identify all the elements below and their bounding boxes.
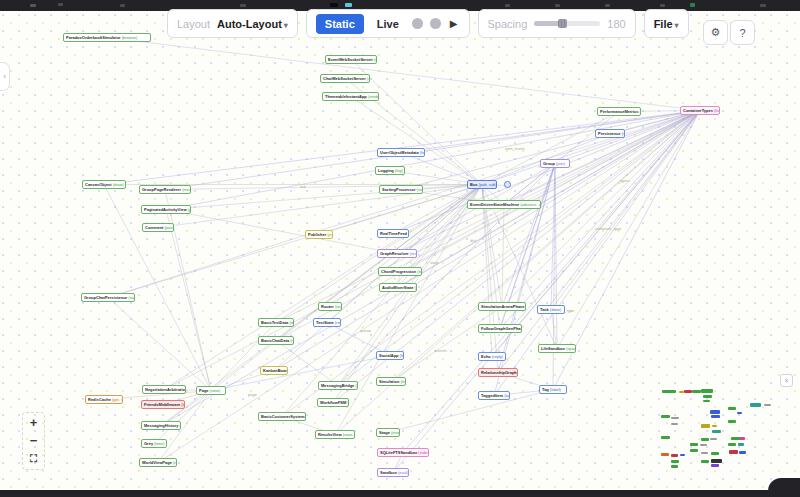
- graph-node[interactable]: RealTimeFeed(push): [377, 229, 409, 238]
- graph-node[interactable]: PaginatedActivityView(page, fetch): [141, 205, 191, 214]
- graph-node[interactable]: FollowGraphGenPhase(build): [478, 324, 522, 333]
- graph-node[interactable]: ResultsView(rows, sort): [315, 430, 355, 439]
- graph-node[interactable]: NegotiationArbitration(offer): [142, 385, 186, 394]
- graph-edge: [154, 391, 211, 444]
- node-methods: (before): [181, 402, 185, 407]
- graph-node[interactable]: GroupPageRenderer(render, list): [139, 185, 191, 194]
- play-icon[interactable]: ▶: [448, 18, 460, 29]
- node-methods: (draw): [113, 182, 124, 187]
- titlebar-speck: [660, 4, 665, 7]
- graph-node[interactable]: ThemeableInstantApp(render, theme): [322, 92, 379, 101]
- sidebar-expand-handle[interactable]: ›: [0, 62, 10, 91]
- graph-node[interactable]: GroupChatPersistence(save, load): [81, 293, 135, 302]
- node-methods: (count, timing): [639, 109, 641, 114]
- minimap-node-chip: [700, 444, 707, 446]
- node-label: ChatWebSocketServer: [323, 76, 366, 81]
- node-label: PerformanceMetrics: [600, 109, 638, 114]
- graph-node[interactable]: Simulation(tick): [376, 377, 406, 386]
- graph-node[interactable]: Comment(post): [142, 223, 174, 232]
- graph-node[interactable]: Stage(enter): [376, 428, 400, 437]
- graph-node[interactable]: ParadoxOrderbookSimulator(browse): [63, 33, 151, 42]
- graph-node[interactable]: AudioMixerState(mix, gain): [379, 283, 417, 292]
- graph-node[interactable]: EventWebSocketServer(emit, tick): [325, 55, 377, 64]
- graph-node[interactable]: [504, 181, 511, 188]
- graph-node[interactable]: Grey(tone): [141, 439, 167, 448]
- graph-node[interactable]: BasicChatData(rooms): [258, 336, 294, 345]
- graph-node[interactable]: FriendsMiddleware(before): [141, 400, 185, 409]
- graph-node[interactable]: BasicTestData(make): [258, 318, 294, 327]
- node-methods: (view): [210, 388, 221, 393]
- node-methods: (browse): [122, 35, 138, 40]
- file-menu[interactable]: File▾: [654, 18, 679, 30]
- layout-dropdown[interactable]: Auto-Layout▾: [217, 18, 288, 30]
- graph-node[interactable]: UserObjectMetadata(fields, keys): [377, 148, 425, 157]
- graph-node[interactable]: Sandbox(eval): [377, 468, 409, 477]
- graph-canvas[interactable]: ParadoxOrderbookSimulator(browse)EventWe…: [0, 11, 800, 490]
- help-button[interactable]: ?: [730, 20, 755, 45]
- graph-node[interactable]: KanbanBoard(move): [260, 366, 288, 375]
- fit-view-button[interactable]: ⛶: [30, 453, 37, 465]
- node-label: ChordProgression: [381, 269, 416, 274]
- graph-node[interactable]: EventDrivenStateMachine(advance, on_even…: [467, 200, 541, 209]
- graph-node[interactable]: Bus(pub, sub): [467, 180, 497, 189]
- slider-thumb[interactable]: [558, 19, 567, 28]
- minimap-node-chip: [740, 437, 745, 440]
- graph-node[interactable]: RelationshipGraph(link): [478, 368, 518, 377]
- settings-button[interactable]: ⚙: [703, 20, 728, 45]
- graph-node[interactable]: TaggedItem(tags): [478, 391, 510, 400]
- graph-node[interactable]: LifeSandbox(spawn, evolve): [538, 344, 576, 353]
- graph-node[interactable]: Tag(label): [539, 385, 567, 394]
- graph-node[interactable]: RedisCache(get, set): [85, 395, 123, 404]
- graph-node[interactable]: Publisher(pub): [305, 230, 333, 239]
- node-label: Group: [543, 161, 555, 166]
- node-label: WorkflowFSM: [320, 400, 346, 405]
- live-button[interactable]: Live: [371, 14, 405, 34]
- minimap-node-chip: [661, 453, 669, 456]
- graph-node[interactable]: ContainerTypes(list, dict): [680, 106, 720, 115]
- spacing-slider[interactable]: [534, 21, 600, 26]
- graph-node[interactable]: Persistence(store): [595, 129, 625, 138]
- graph-node[interactable]: Group(join): [540, 159, 570, 168]
- zoom-out-button[interactable]: −: [30, 435, 38, 447]
- graph-node[interactable]: Echo(reply): [478, 352, 506, 361]
- minimap-close-button[interactable]: ×: [780, 374, 793, 387]
- graph-node[interactable]: MessagingBridge(bind): [318, 381, 358, 390]
- step-forward-icon[interactable]: [430, 18, 441, 29]
- graph-node[interactable]: SocialApp(feed): [376, 351, 404, 360]
- graph-node[interactable]: SortingProcessor(sort, rank): [379, 185, 423, 194]
- toolbar: Layout Auto-Layout▾ Static Live ▶ Spacin…: [167, 9, 689, 38]
- node-methods: (rooms): [290, 338, 294, 343]
- minimap-node-chip: [710, 410, 720, 414]
- graph-node[interactable]: Logging(log): [375, 166, 405, 175]
- file-group: File▾: [644, 9, 689, 38]
- graph-node[interactable]: TestState(reset): [313, 318, 341, 327]
- node-label: EventDrivenStateMachine: [470, 202, 519, 207]
- graph-node[interactable]: WorkflowFSM(fire): [317, 398, 349, 407]
- graph-node[interactable]: Task(done): [537, 305, 565, 314]
- node-label: KanbanBoard: [263, 368, 288, 373]
- node-methods: (next, score): [417, 269, 422, 274]
- node-label: BasicTestData: [261, 320, 288, 325]
- graph-node[interactable]: SimulationArenaPhase(run, step): [478, 302, 526, 311]
- graph-node[interactable]: ChordProgression(next, score): [378, 267, 422, 276]
- graph-node[interactable]: PerformanceMetrics(count, timing): [597, 107, 641, 116]
- graph-node[interactable]: BasicCustomerSystem(orders): [258, 412, 306, 421]
- node-label: WorldViewPage: [142, 460, 172, 465]
- static-button[interactable]: Static: [316, 14, 364, 34]
- graph-node[interactable]: MessagingHistory(append): [141, 421, 181, 430]
- graph-node[interactable]: Router(route): [318, 302, 342, 311]
- graph-node[interactable]: WorldViewPage(render): [139, 458, 177, 467]
- minimap-node-chip: [701, 424, 710, 428]
- graph-edge: [351, 60, 482, 185]
- graph-node[interactable]: CanvasObject(draw): [82, 180, 126, 189]
- edge-label: state: [430, 260, 439, 265]
- graph-node[interactable]: Page(view): [196, 386, 226, 395]
- node-label: ResultsView: [318, 432, 342, 437]
- step-back-icon[interactable]: [412, 18, 423, 29]
- node-label: PaginatedActivityView: [144, 207, 187, 212]
- graph-node[interactable]: GraphResolver(resolve): [377, 249, 417, 258]
- graph-node[interactable]: SQLiteFTSSandbox(index): [377, 448, 429, 457]
- zoom-in-button[interactable]: +: [30, 417, 38, 429]
- node-methods: (page, fetch): [188, 207, 191, 212]
- graph-node[interactable]: ChatWebSocketServer(send, relay): [320, 74, 370, 83]
